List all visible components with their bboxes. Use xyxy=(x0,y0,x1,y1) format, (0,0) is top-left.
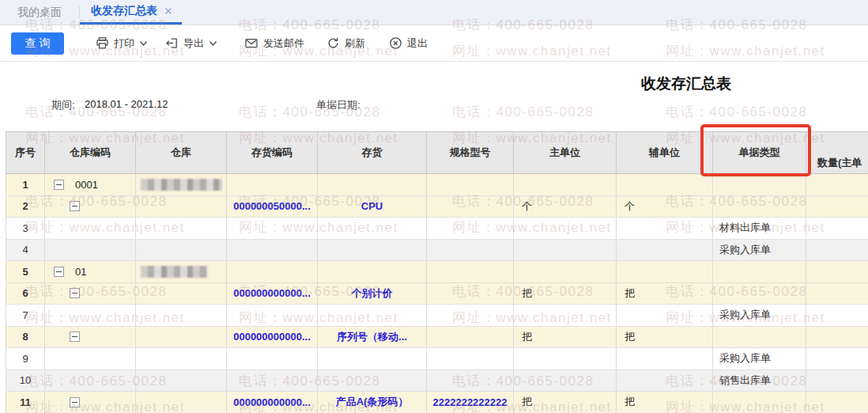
cell-no: 3 xyxy=(6,218,45,239)
row-number: 1 xyxy=(22,179,28,191)
refresh-button[interactable]: 刷新 xyxy=(326,36,365,51)
cell-wh-code xyxy=(45,348,136,369)
cell-main-unit xyxy=(514,218,617,239)
export-button[interactable]: 导出 xyxy=(165,36,217,51)
exit-button[interactable]: 退出 xyxy=(389,36,428,51)
summary-table: 序号仓库编码仓库存货编码存货规格型号主单位辅单位单据类型数量(主单 100012… xyxy=(6,131,868,413)
warehouse-code: 01 xyxy=(75,266,86,278)
minus-box-icon[interactable] xyxy=(54,267,64,277)
column-header-label: 存货 xyxy=(362,146,383,160)
aux-unit-value: 个 xyxy=(625,199,635,214)
row-number: 8 xyxy=(22,331,28,343)
main-unit-value: 把 xyxy=(522,286,532,301)
cell-qty xyxy=(806,348,868,369)
cell-aux-unit xyxy=(617,348,713,369)
row-number: 9 xyxy=(22,353,28,365)
cell-no: 9 xyxy=(6,348,45,369)
cell-warehouse xyxy=(136,261,227,282)
close-icon[interactable] xyxy=(164,7,172,15)
refresh-label: 刷新 xyxy=(345,36,365,51)
print-button[interactable]: 打印 xyxy=(96,36,148,51)
printer-icon xyxy=(96,36,109,50)
minus-box-icon[interactable] xyxy=(70,397,80,407)
cell-main-unit xyxy=(514,305,617,326)
table-row: 10销售出库单 xyxy=(6,370,868,392)
minus-box-icon[interactable] xyxy=(70,288,80,298)
column-header-spec: 规格型号 xyxy=(427,132,514,173)
cell-spec xyxy=(427,348,514,369)
cell-doc-type xyxy=(713,174,806,195)
cell-qty xyxy=(806,392,868,413)
cell-no: 7 xyxy=(6,305,45,326)
row-number: 5 xyxy=(22,266,28,278)
cell-warehouse xyxy=(136,283,227,305)
cell-main-unit xyxy=(514,348,617,369)
cell-inventory: 个别计价 xyxy=(318,283,427,305)
period-value[interactable]: 2018.01 - 2021.12 xyxy=(85,98,168,110)
filter-bar: 期间: 2018.01 - 2021.12 单据日期: xyxy=(0,95,868,111)
cell-no: 11 xyxy=(6,392,45,413)
cell-doc-type: 材料出库单 xyxy=(713,218,806,239)
cell-warehouse xyxy=(136,348,227,369)
spec-link[interactable]: 2222222222222 xyxy=(433,396,508,408)
cell-no: 8 xyxy=(6,327,45,348)
app-window: 我的桌面 收发存汇总表 查 询 打印 导出 xyxy=(0,0,868,413)
cell-wh-code: 01 xyxy=(45,261,136,282)
cell-inv-code xyxy=(227,261,318,282)
cell-inventory xyxy=(318,348,427,369)
cell-warehouse xyxy=(136,218,227,239)
cell-no: 10 xyxy=(6,370,45,392)
inventory-code-link[interactable]: 000000000000... xyxy=(233,396,311,408)
cell-doc-type xyxy=(713,392,806,413)
doc-type-value: 采购入库单 xyxy=(719,308,771,322)
inventory-link[interactable]: 个别计价 xyxy=(352,286,393,301)
doc-type-value: 材料出库单 xyxy=(719,221,771,235)
tab-my-desktop[interactable]: 我的桌面 xyxy=(0,0,79,25)
minus-box-icon[interactable] xyxy=(70,332,80,342)
column-header-inv: 存货 xyxy=(318,132,427,173)
inventory-link[interactable]: 产品A(条形码） xyxy=(336,395,409,409)
inventory-code-link[interactable]: 000000050000... xyxy=(233,200,311,212)
column-header-label: 数量(主单 xyxy=(817,156,862,170)
send-mail-label: 发送邮件 xyxy=(263,36,304,51)
cell-inv-code: 000000000000... xyxy=(227,392,318,413)
column-header-qty: 数量(主单 xyxy=(806,132,868,173)
cell-inventory: 序列号（移动... xyxy=(318,327,427,348)
period-label: 期间: xyxy=(51,98,75,112)
inventory-code-link[interactable]: 000000000000... xyxy=(233,287,311,299)
table-row: 3材料出库单 xyxy=(6,218,868,240)
cell-no: 4 xyxy=(6,240,45,261)
minus-box-icon[interactable] xyxy=(70,201,80,211)
inventory-code-link[interactable]: 000000000000... xyxy=(233,331,311,343)
tab-report-active[interactable]: 收发存汇总表 xyxy=(80,0,182,25)
query-button[interactable]: 查 询 xyxy=(11,32,64,55)
table-header-row: 序号仓库编码仓库存货编码存货规格型号主单位辅单位单据类型数量(主单 xyxy=(6,131,868,174)
cell-wh-code xyxy=(45,240,136,261)
inventory-link[interactable]: CPU xyxy=(361,200,383,212)
column-header-label: 仓库编码 xyxy=(70,146,111,160)
cell-wh-code xyxy=(45,218,136,239)
table-row: 501 xyxy=(6,261,868,283)
cell-inv-code: 000000000000... xyxy=(227,283,318,305)
warehouse-code: 0001 xyxy=(75,179,98,191)
column-header-aux_unit: 辅单位 xyxy=(617,132,713,173)
table-row: 8000000000000...序列号（移动...把把 xyxy=(6,327,868,349)
page-title: 收发存汇总表 xyxy=(602,74,770,94)
cell-doc-type: 销售出库单 xyxy=(713,370,806,392)
minus-box-icon[interactable] xyxy=(54,180,64,190)
cell-main-unit: 把 xyxy=(514,283,617,305)
cell-qty xyxy=(806,283,868,305)
cell-main-unit: 个 xyxy=(514,196,617,218)
column-header-label: 存货编码 xyxy=(251,146,292,160)
send-mail-button[interactable]: 发送邮件 xyxy=(244,36,304,51)
row-number: 11 xyxy=(20,396,31,408)
column-header-label: 单据类型 xyxy=(739,146,780,160)
inventory-link[interactable]: 序列号（移动... xyxy=(337,330,407,344)
cell-wh-code xyxy=(45,283,136,305)
cell-qty xyxy=(806,370,868,392)
column-header-wh: 仓库 xyxy=(136,132,227,173)
cell-main-unit: 把 xyxy=(514,392,617,413)
column-header-inv_code: 存货编码 xyxy=(227,132,318,173)
table-row: 7采购入库单 xyxy=(6,305,868,327)
cell-wh-code xyxy=(45,370,136,392)
